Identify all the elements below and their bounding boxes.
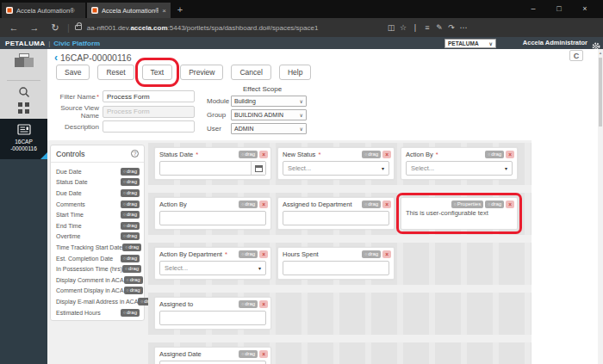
drag-handle[interactable]: ○drag [122, 244, 141, 251]
new-tab-button[interactable]: + [172, 3, 188, 18]
drag-handle[interactable]: ○drag [121, 211, 140, 219]
toolbar-button-reset[interactable]: Reset [97, 65, 134, 80]
group-select[interactable]: BUILDING ADMIN∨ [231, 109, 307, 120]
close-button[interactable]: × [572, 0, 598, 18]
drag-handle[interactable]: ○drag [485, 151, 504, 158]
more-icon[interactable]: ⋯ [457, 23, 469, 32]
remove-field-icon[interactable]: × [382, 151, 391, 158]
back-icon[interactable]: ← [3, 22, 24, 34]
toolbar-button-text[interactable]: Text [142, 65, 173, 80]
search-button[interactable] [0, 84, 47, 98]
minimize-button[interactable]: – [520, 0, 546, 18]
toolbar-button-preview[interactable]: Preview [180, 65, 223, 80]
hours-spent-input[interactable] [283, 261, 389, 275]
accela-favicon [6, 7, 13, 14]
new-status-select[interactable]: Select...▾ [283, 161, 389, 176]
field-card-assigned-date[interactable]: ○drag×Assigned Date [154, 347, 271, 364]
remove-field-icon[interactable]: × [506, 151, 514, 158]
filter-name-input[interactable] [103, 90, 195, 102]
assigned-to-input[interactable] [159, 311, 266, 325]
field-card-action-by-department[interactable]: ○drag×Action By Department *Select...▾ [154, 247, 271, 280]
module-select[interactable]: Building∨ [231, 96, 307, 107]
drag-handle[interactable]: ○drag [121, 201, 140, 208]
apps-button[interactable] [0, 101, 47, 114]
assigned-to-department-input[interactable] [283, 211, 389, 225]
assigned-date-input[interactable] [159, 361, 266, 364]
drag-handle[interactable]: ○drag [124, 276, 143, 284]
field-card-assigned-to[interactable]: ○drag×Assigned to [154, 297, 271, 330]
remove-field-icon[interactable]: × [382, 250, 391, 258]
action-by-input[interactable] [159, 211, 266, 225]
sidebar-item-record-16CAP-00000116[interactable]: 16CAP -00000116 [0, 119, 47, 159]
field-card-new-status[interactable]: ○drag×New Status *Select...▾ [277, 147, 395, 180]
page-scrollbar[interactable]: ▴ [598, 49, 603, 364]
drag-handle[interactable]: ○drag [239, 151, 258, 158]
web-note-icon[interactable]: ✎ [433, 23, 445, 32]
agency-select[interactable]: PETALUMA ∨ [444, 39, 496, 48]
field-card-hours-spent[interactable]: ○drag×Hours Spent [277, 247, 395, 280]
toolbar-button-help[interactable]: Help [279, 65, 311, 80]
remove-field-icon[interactable]: × [506, 201, 514, 208]
hub-icon[interactable]: ≡ [421, 23, 433, 32]
remove-field-icon[interactable]: × [382, 201, 391, 208]
launchpad-button[interactable] [0, 49, 47, 67]
remove-field-icon[interactable]: × [259, 350, 268, 358]
drag-handle[interactable]: ○drag [121, 255, 140, 262]
drag-handle[interactable]: ○drag [239, 201, 258, 208]
help-icon[interactable]: ? [131, 150, 139, 157]
content-refresh-button[interactable]: C [569, 50, 583, 61]
scroll-up-icon[interactable]: ▴ [598, 49, 603, 56]
user-select[interactable]: ADMIN∨ [231, 123, 307, 134]
drag-handle[interactable]: ○drag [485, 201, 504, 208]
drag-handle[interactable]: ○drag [239, 350, 258, 358]
toolbar-button-cancel[interactable]: Cancel [231, 65, 270, 80]
share-icon[interactable]: ↷ [445, 23, 457, 32]
action-by-select[interactable]: Select...▾ [406, 161, 513, 176]
maximize-button[interactable]: □ [546, 0, 572, 18]
page-title: ‹16CAP-00000116 [54, 52, 132, 64]
remove-field-icon[interactable]: × [259, 250, 268, 258]
remove-field-icon[interactable]: × [259, 151, 268, 158]
drag-handle[interactable]: ○drag [239, 300, 258, 308]
drag-handle[interactable]: ○drag [239, 250, 258, 258]
controls-panel-header: Controls ? [51, 145, 144, 163]
product-name[interactable]: Civic Platform [53, 40, 100, 47]
briefcase-icon [15, 53, 34, 67]
tab-close-icon[interactable]: × [162, 7, 166, 15]
drag-handle[interactable]: ○drag [121, 309, 140, 317]
forward-icon[interactable]: → [24, 22, 45, 34]
drag-handle[interactable]: ○drag [121, 189, 140, 197]
field-card-action-by[interactable]: ○drag×Action By *Select...▾ [401, 147, 518, 180]
url-text[interactable]: aa-nft001.dev.accela.com:5443/portlets/s… [87, 24, 319, 32]
drag-handle[interactable]: ○drag [362, 151, 381, 158]
drag-handle[interactable]: ○drag [121, 178, 140, 186]
refresh-icon[interactable]: ↻ [45, 22, 65, 34]
drag-handle[interactable]: ○drag [362, 250, 381, 258]
status-date-input[interactable] [159, 161, 266, 176]
scrollbar-thumb[interactable] [599, 58, 602, 126]
browser-tab[interactable]: Accela Automation®× [87, 3, 171, 18]
remove-field-icon[interactable]: × [259, 300, 268, 308]
reading-view-icon[interactable]: ◫ [385, 23, 397, 32]
field-card-action-by[interactable]: ○drag×Action By [154, 197, 271, 230]
action-by-department-select[interactable]: Select...▾ [159, 261, 266, 275]
description-input[interactable] [103, 120, 195, 133]
field-card-status-date[interactable]: ○drag×Status Date * [154, 147, 271, 180]
text-block-card[interactable]: ○Properties○drag×This is user-configurab… [401, 197, 518, 230]
remove-field-icon[interactable]: × [259, 201, 268, 208]
calendar-button[interactable] [251, 162, 265, 175]
drag-handle[interactable]: ○drag [121, 232, 140, 240]
back-chevron-icon[interactable]: ‹ [54, 52, 58, 64]
drag-handle[interactable]: ○drag [362, 201, 381, 208]
drag-handle[interactable]: ○drag [121, 222, 140, 230]
properties-badge[interactable]: ○Properties [451, 201, 483, 208]
drag-handle[interactable]: ○drag [124, 287, 143, 294]
favorites-star-icon[interactable]: ☆ [397, 23, 409, 32]
tab-title: Accela Automation® [16, 7, 81, 15]
field-card-assigned-to-department[interactable]: ○drag×Assigned to Department [277, 197, 395, 230]
browser-tab[interactable]: Accela Automation® [2, 3, 85, 18]
drag-handle[interactable]: ○drag [121, 168, 140, 176]
logged-in-user[interactable]: Accela Administrator [523, 37, 587, 49]
toolbar-button-save[interactable]: Save [56, 65, 90, 80]
drag-handle[interactable]: ○drag [122, 265, 141, 273]
